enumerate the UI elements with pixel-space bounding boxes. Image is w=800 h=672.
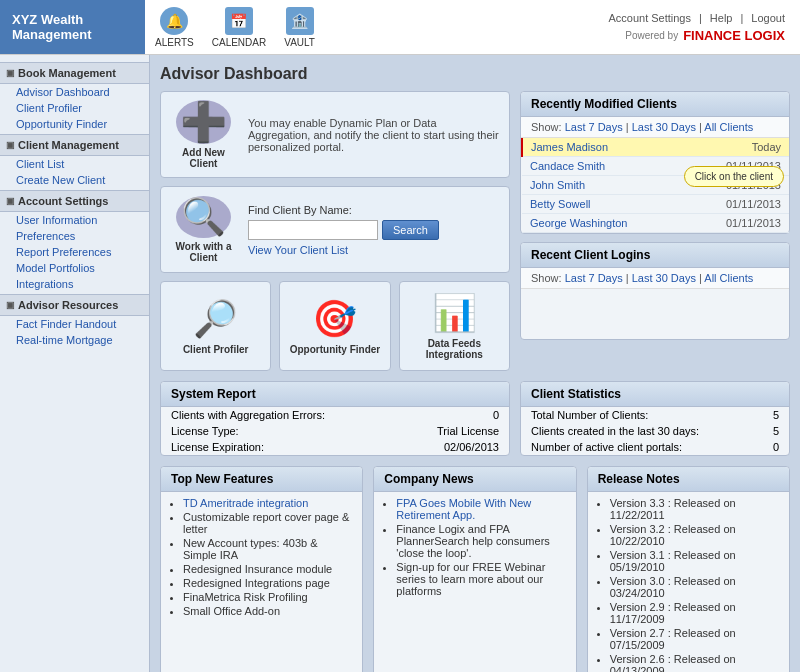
- list-item: Version 3.2 : Released on 10/22/2010: [610, 523, 779, 547]
- client-name-link[interactable]: George Washington: [530, 217, 627, 229]
- opportunity-finder-icon-card[interactable]: 🎯 Opportunity Finder: [279, 281, 390, 371]
- help-link[interactable]: Help: [710, 12, 733, 24]
- recently-modified-table-area: James Madison Today Candace Smith 01/11/…: [521, 138, 789, 233]
- content: Advisor Dashboard ➕ Add New Client You m…: [150, 55, 800, 672]
- nav-vault-label: VAULT: [284, 37, 315, 48]
- sidebar-section-book-management: ▣ Book Management: [0, 62, 149, 84]
- client-statistics-card: Client Statistics Total Number of Client…: [520, 381, 790, 456]
- add-client-label: Add New Client: [171, 147, 236, 169]
- data-feeds-icon-card[interactable]: 📊 Data Feeds Integrations: [399, 281, 510, 371]
- stat-value: 5: [756, 423, 789, 439]
- nav-calendar-label: CALENDAR: [212, 37, 266, 48]
- calendar-icon: 📅: [225, 7, 253, 35]
- account-settings-link[interactable]: Account Settings: [608, 12, 691, 24]
- table-row: License Type: Trial License: [161, 423, 509, 439]
- list-item: Version 3.0 : Released on 03/24/2010: [610, 575, 779, 599]
- view-client-list-link[interactable]: View Your Client List: [248, 244, 439, 256]
- sidebar-item-advisor-dashboard[interactable]: Advisor Dashboard: [0, 84, 149, 100]
- bottom-section: Top New Features TD Ameritrade integrati…: [160, 466, 790, 672]
- company-news-list: FPA Goes Mobile With New Retirement App.…: [374, 497, 575, 597]
- news-link[interactable]: FPA Goes Mobile With New Retirement App.: [396, 497, 531, 521]
- sys-row-value: 02/06/2013: [398, 439, 509, 455]
- top-new-features-card: Top New Features TD Ameritrade integrati…: [160, 466, 363, 672]
- sidebar-item-fact-finder[interactable]: Fact Finder Handout: [0, 316, 149, 332]
- table-row: Number of active client portals: 0: [521, 439, 789, 455]
- sidebar-item-report-preferences[interactable]: Report Preferences: [0, 244, 149, 260]
- work-client-icon: 🔍: [176, 196, 231, 238]
- table-row: Total Number of Clients: 5: [521, 407, 789, 423]
- client-name-link[interactable]: John Smith: [530, 179, 585, 191]
- recently-modified-header: Recently Modified Clients: [521, 92, 789, 117]
- sidebar-item-client-profiler[interactable]: Client Profiler: [0, 100, 149, 116]
- company-news-card: Company News FPA Goes Mobile With New Re…: [373, 466, 576, 672]
- add-client-description: You may enable Dynamic Plan or Data Aggr…: [248, 117, 499, 153]
- sys-row-value: 0: [398, 407, 509, 423]
- list-item: Finance Logix and FPA PlannerSearch help…: [396, 523, 565, 559]
- stat-value: 5: [756, 407, 789, 423]
- list-item: Small Office Add-on: [183, 605, 352, 617]
- work-with-client-box: 🔍 Work with a Client Find Client By Name…: [160, 186, 510, 273]
- system-report-header: System Report: [161, 382, 509, 407]
- client-statistics-header: Client Statistics: [521, 382, 789, 407]
- client-name-link[interactable]: James Madison: [531, 141, 608, 153]
- logout-link[interactable]: Logout: [751, 12, 785, 24]
- stat-label: Number of active client portals:: [521, 439, 756, 455]
- table-row: License Expiration: 02/06/2013: [161, 439, 509, 455]
- sidebar-section-client-management: ▣ Client Management: [0, 134, 149, 156]
- client-date: 01/11/2013: [686, 214, 789, 233]
- icon-row: 🔎 Client Profiler 🎯 Opportunity Finder 📊…: [160, 281, 510, 371]
- client-name-link[interactable]: Candace Smith: [530, 160, 605, 172]
- data-feeds-icon: 📊: [432, 292, 477, 334]
- tooltip-text: Click on the client: [684, 166, 784, 187]
- logo-line1: XYZ Wealth: [12, 12, 91, 27]
- toggle-icon: ▣: [6, 300, 15, 310]
- nav-alerts[interactable]: 🔔 ALERTS: [155, 7, 194, 48]
- finance-logix-brand: FINANCE LOGIX: [683, 28, 785, 43]
- show-last-30-days[interactable]: Last 30 Days: [632, 121, 696, 133]
- sidebar-item-opportunity-finder[interactable]: Opportunity Finder: [0, 116, 149, 132]
- add-new-client-button[interactable]: ➕ Add New Client: [171, 102, 236, 167]
- search-button[interactable]: Search: [382, 220, 439, 240]
- nav-bar: 🔔 ALERTS 📅 CALENDAR 🏦 VAULT: [145, 0, 593, 54]
- table-row[interactable]: George Washington 01/11/2013: [522, 214, 789, 233]
- main-layout: ▣ Book Management Advisor Dashboard Clie…: [0, 55, 800, 672]
- recent-logins-header: Recent Client Logins: [521, 243, 789, 268]
- sidebar-item-integrations[interactable]: Integrations: [0, 276, 149, 292]
- table-row: Clients created in the last 30 days: 5: [521, 423, 789, 439]
- nav-calendar[interactable]: 📅 CALENDAR: [212, 7, 266, 48]
- toggle-icon: ▣: [6, 68, 15, 78]
- add-client-icon: ➕: [176, 100, 231, 144]
- table-row[interactable]: Betty Sowell 01/11/2013: [522, 195, 789, 214]
- page-title: Advisor Dashboard: [160, 65, 790, 83]
- feature-link[interactable]: TD Ameritrade integration: [183, 497, 308, 509]
- client-profiler-icon-card[interactable]: 🔎 Client Profiler: [160, 281, 271, 371]
- release-notes-card: Release Notes Version 3.3 : Released on …: [587, 466, 790, 672]
- show-last-7-days[interactable]: Last 7 Days: [565, 121, 623, 133]
- sidebar-item-client-list[interactable]: Client List: [0, 156, 149, 172]
- sidebar-item-create-new-client[interactable]: Create New Client: [0, 172, 149, 188]
- system-report-card: System Report Clients with Aggregation E…: [160, 381, 510, 456]
- sidebar-item-model-portfolios[interactable]: Model Portfolios: [0, 260, 149, 276]
- logins-last-7-days[interactable]: Last 7 Days: [565, 272, 623, 284]
- header-right: Account Settings | Help | Logout Powered…: [593, 0, 800, 54]
- dash-top-row: ➕ Add New Client You may enable Dynamic …: [160, 91, 790, 371]
- table-row[interactable]: James Madison Today: [522, 138, 789, 157]
- company-news-header: Company News: [374, 467, 575, 492]
- sidebar: ▣ Book Management Advisor Dashboard Clie…: [0, 55, 150, 672]
- work-with-client-button[interactable]: 🔍 Work with a Client: [171, 197, 236, 262]
- client-name-link[interactable]: Betty Sowell: [530, 198, 591, 210]
- nav-vault[interactable]: 🏦 VAULT: [284, 7, 315, 48]
- show-all-clients[interactable]: All Clients: [704, 121, 753, 133]
- alerts-icon: 🔔: [160, 7, 188, 35]
- find-client-input[interactable]: [248, 220, 378, 240]
- find-input-row: Search: [248, 220, 439, 240]
- stat-label: Clients created in the last 30 days:: [521, 423, 756, 439]
- stat-value: 0: [756, 439, 789, 455]
- sidebar-item-preferences[interactable]: Preferences: [0, 228, 149, 244]
- sidebar-item-realtime-mortgage[interactable]: Real-time Mortgage: [0, 332, 149, 348]
- sidebar-item-user-information[interactable]: User Information: [0, 212, 149, 228]
- nav-alerts-label: ALERTS: [155, 37, 194, 48]
- logins-last-30-days[interactable]: Last 30 Days: [632, 272, 696, 284]
- sidebar-section-label: Account Settings: [18, 195, 108, 207]
- logins-all-clients[interactable]: All Clients: [704, 272, 753, 284]
